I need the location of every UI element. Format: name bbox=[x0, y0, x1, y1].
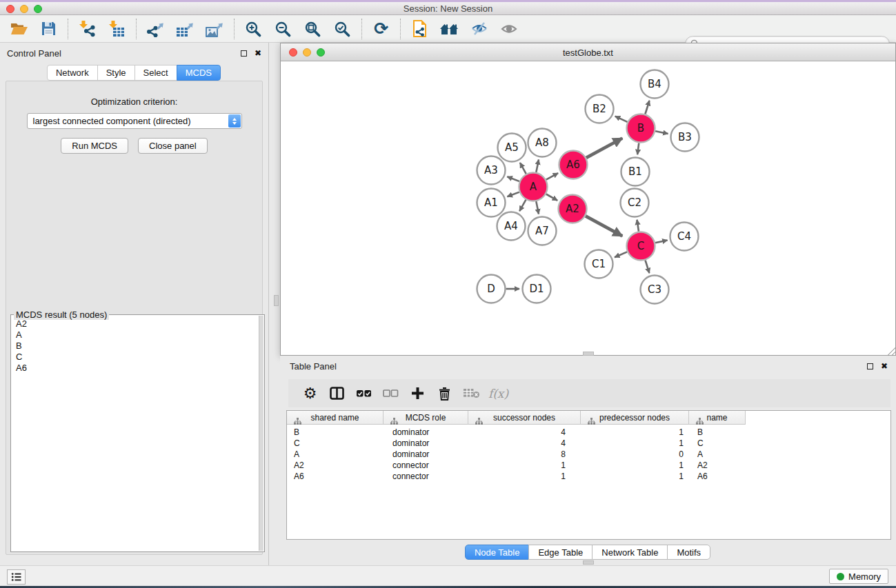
zoom-in-button[interactable] bbox=[239, 17, 268, 41]
mcds-result-item[interactable]: B bbox=[16, 341, 257, 352]
table-cell[interactable]: 8 bbox=[468, 449, 581, 459]
table-cell[interactable]: A bbox=[287, 449, 384, 459]
settings-button[interactable]: ⚙︎ bbox=[297, 382, 323, 405]
close-table-panel-icon[interactable]: ✖ bbox=[881, 362, 888, 370]
table-cell[interactable]: A bbox=[689, 449, 746, 459]
tab-mcds[interactable]: MCDS bbox=[177, 65, 221, 81]
graph-node-A2[interactable]: A2 bbox=[559, 195, 587, 223]
network-canvas[interactable]: B4B2BB3B1A5A8A3A6AA1C2A4A7A2CC4C1C3DD1 bbox=[281, 62, 895, 354]
tab-motifs[interactable]: Motifs bbox=[667, 545, 710, 560]
deselect-all-button[interactable] bbox=[377, 382, 404, 405]
import-table-button[interactable] bbox=[102, 17, 132, 41]
zoom-fit-button[interactable] bbox=[298, 17, 328, 41]
graph-edge-A2-C[interactable] bbox=[586, 216, 622, 236]
task-history-button[interactable] bbox=[7, 569, 26, 585]
graph-edge-A6-B[interactable] bbox=[586, 139, 622, 158]
graph-edge-A-A3[interactable] bbox=[507, 176, 519, 181]
graph-node-A7[interactable]: A7 bbox=[528, 217, 557, 245]
graph-node-A1[interactable]: A1 bbox=[477, 189, 506, 217]
graph-node-B4[interactable]: B4 bbox=[641, 70, 669, 99]
graph-node-B1[interactable]: B1 bbox=[621, 158, 650, 186]
show-graphics-details-button[interactable] bbox=[494, 17, 524, 41]
run-mcds-button[interactable]: Run MCDS bbox=[61, 138, 128, 154]
zoom-selected-button[interactable] bbox=[328, 17, 357, 41]
zoom-out-button[interactable] bbox=[268, 17, 298, 41]
table-cell[interactable]: 1 bbox=[581, 460, 689, 470]
graph-edge-A-A2[interactable] bbox=[546, 194, 558, 201]
graph-node-D1[interactable]: D1 bbox=[523, 275, 551, 303]
select-all-button[interactable] bbox=[350, 382, 377, 405]
table-cell[interactable]: 4 bbox=[468, 427, 581, 437]
graph-edge-A-A5[interactable] bbox=[520, 163, 526, 174]
delete-button[interactable] bbox=[431, 382, 458, 405]
graph-node-A[interactable]: A bbox=[519, 173, 548, 201]
mcds-result-item[interactable]: A2 bbox=[16, 318, 257, 330]
table-cell[interactable]: 1 bbox=[468, 472, 581, 481]
graph-node-C4[interactable]: C4 bbox=[670, 223, 699, 251]
graph-node-A6[interactable]: A6 bbox=[559, 151, 588, 179]
optimization-criterion-select[interactable]: largest connected component (directed) bbox=[27, 113, 242, 129]
table-cell[interactable]: dominator bbox=[384, 438, 468, 448]
graph-node-A5[interactable]: A5 bbox=[498, 134, 526, 162]
table-cell[interactable]: 1 bbox=[581, 427, 689, 437]
table-cell[interactable]: A6 bbox=[689, 472, 746, 481]
graph-edge-A-A1[interactable] bbox=[507, 192, 519, 197]
refresh-button[interactable]: ⟳ bbox=[366, 17, 396, 41]
columns-button[interactable] bbox=[323, 382, 350, 405]
table-cell[interactable]: A6 bbox=[287, 472, 384, 481]
table-cell[interactable]: 1 bbox=[468, 460, 581, 470]
table-row[interactable]: Cdominator41C bbox=[287, 438, 890, 449]
graph-node-C1[interactable]: C1 bbox=[585, 250, 613, 278]
home-button[interactable] bbox=[435, 17, 464, 41]
graph-edge-C-C2[interactable] bbox=[637, 220, 639, 232]
result-scrollbar[interactable] bbox=[259, 316, 263, 551]
table-cell[interactable]: B bbox=[287, 427, 384, 437]
graph-edge-C-C1[interactable] bbox=[615, 252, 627, 257]
column-header-successor-nodes[interactable]: successor nodes bbox=[468, 411, 581, 425]
graph-edge-B-B4[interactable] bbox=[645, 101, 649, 114]
table-cell[interactable]: dominator bbox=[384, 449, 468, 459]
table-row[interactable]: A6connector11A6 bbox=[287, 471, 890, 482]
graph-node-B3[interactable]: B3 bbox=[671, 123, 699, 152]
import-network-button[interactable] bbox=[72, 17, 102, 41]
table-cell[interactable]: A2 bbox=[689, 460, 746, 470]
tab-network[interactable]: Network bbox=[47, 65, 98, 81]
graph-node-B2[interactable]: B2 bbox=[586, 95, 614, 123]
mcds-result-item[interactable]: A bbox=[16, 330, 257, 341]
close-panel-icon[interactable]: ✖ bbox=[255, 49, 261, 57]
table-cell[interactable]: 0 bbox=[581, 449, 689, 459]
float-panel-icon[interactable] bbox=[241, 50, 247, 57]
graph-node-C2[interactable]: C2 bbox=[621, 189, 649, 217]
save-session-button[interactable] bbox=[34, 17, 63, 41]
export-table-button[interactable] bbox=[170, 17, 200, 41]
graph-node-B[interactable]: B bbox=[627, 114, 655, 143]
graph-edge-A-A7[interactable] bbox=[536, 201, 539, 214]
graph-node-D[interactable]: D bbox=[477, 275, 506, 303]
table-row[interactable]: Adominator80A bbox=[287, 449, 890, 460]
tab-style[interactable]: Style bbox=[97, 65, 135, 81]
graph-edge-B-B1[interactable] bbox=[637, 143, 639, 154]
table-cell[interactable]: connector bbox=[384, 460, 468, 470]
open-session-button[interactable] bbox=[4, 17, 34, 41]
graph-edge-A-A6[interactable] bbox=[546, 173, 558, 180]
table-cell[interactable]: A2 bbox=[287, 460, 384, 470]
table-cell[interactable]: 1 bbox=[581, 438, 689, 448]
table-cell[interactable]: C bbox=[689, 438, 746, 448]
network-from-file-button[interactable] bbox=[405, 17, 435, 41]
column-header-MCDS-role[interactable]: MCDS role bbox=[384, 411, 468, 425]
graph-node-C[interactable]: C bbox=[627, 232, 655, 261]
table-cell[interactable]: B bbox=[689, 427, 746, 437]
column-header-predecessor-nodes[interactable]: predecessor nodes bbox=[581, 411, 689, 425]
graph-node-A4[interactable]: A4 bbox=[497, 212, 526, 241]
close-panel-button[interactable]: Close panel bbox=[138, 138, 208, 154]
table-cell[interactable]: dominator bbox=[384, 427, 468, 437]
column-header-name[interactable]: name bbox=[689, 411, 746, 425]
table-cell[interactable]: connector bbox=[384, 472, 468, 481]
graph-edge-C-C4[interactable] bbox=[655, 240, 668, 243]
table-cell[interactable]: 1 bbox=[581, 472, 689, 481]
hide-graphics-details-button[interactable] bbox=[464, 17, 494, 41]
graph-edge-C-C3[interactable] bbox=[646, 261, 650, 274]
graph-node-C3[interactable]: C3 bbox=[641, 276, 669, 304]
horizontal-splitter-handle-top[interactable] bbox=[583, 352, 594, 356]
tab-network-table[interactable]: Network Table bbox=[592, 545, 668, 560]
